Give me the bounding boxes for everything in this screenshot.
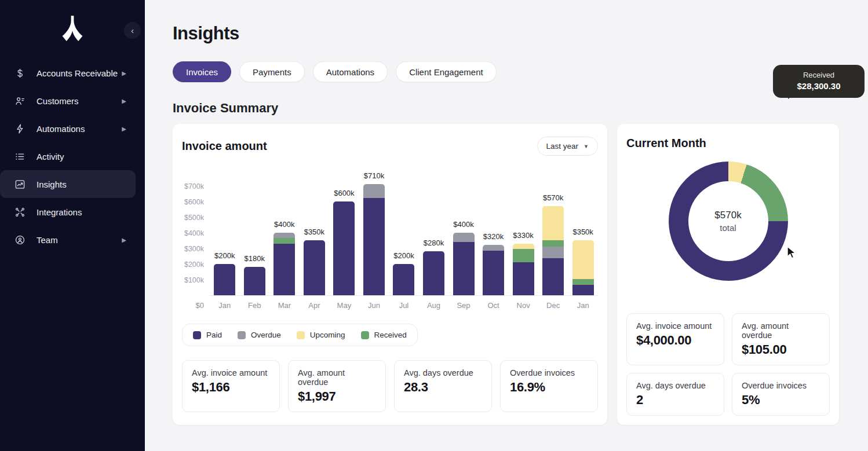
sidebar-item-label: Integrations (37, 207, 82, 217)
stacked-bar[interactable] (214, 264, 235, 295)
stacked-bar[interactable] (273, 233, 295, 295)
bar-column-apr[interactable]: $350k (301, 240, 327, 295)
bar-total-label: $400k (453, 220, 473, 229)
stacked-bar[interactable] (363, 184, 385, 295)
lightning-icon (14, 123, 26, 135)
stat-value: 16.9% (510, 380, 588, 395)
sidebar-item-automations[interactable]: Automations▶ (0, 115, 136, 142)
sidebar-item-customers[interactable]: Customers▶ (0, 87, 136, 115)
bar-segment-overdue[interactable] (542, 247, 564, 258)
sidebar-collapse-button[interactable]: ‹ (124, 22, 141, 39)
bar-segment-received[interactable] (572, 279, 594, 285)
stacked-bar[interactable] (513, 244, 534, 295)
bar-segment-paid[interactable] (244, 267, 265, 295)
bar-total-label: $400k (274, 220, 294, 229)
stacked-bar[interactable] (304, 240, 325, 295)
tab-payments[interactable]: Payments (239, 61, 305, 82)
legend-item-received: Received (361, 331, 407, 339)
legend-item-overdue: Overdue (238, 331, 281, 339)
chart-legend: PaidOverdueUpcomingReceived (182, 324, 418, 346)
bar-segment-paid[interactable] (542, 258, 564, 295)
stacked-bar[interactable] (453, 233, 475, 295)
tab-invoices[interactable]: Invoices (173, 61, 231, 82)
bar-segment-upcoming[interactable] (572, 240, 594, 278)
stacked-bar[interactable] (542, 206, 564, 295)
bar-segment-paid[interactable] (483, 251, 504, 295)
bar-column-jan[interactable]: $200k (212, 264, 238, 295)
bar-segment-paid[interactable] (513, 262, 534, 295)
bar-column-mar[interactable]: $400k (272, 233, 297, 295)
period-dropdown[interactable]: Last year ▼ (537, 137, 598, 156)
sidebar-header: ‹ (0, 0, 145, 59)
bar-segment-paid[interactable] (363, 198, 385, 295)
sidebar-item-label: Automations (37, 124, 85, 134)
bar-column-oct[interactable]: $320k (481, 245, 506, 295)
bar-segment-paid[interactable] (333, 201, 355, 295)
stacked-bar[interactable] (393, 264, 414, 295)
bar-column-aug[interactable]: $280k (421, 251, 446, 295)
bar-column-may[interactable]: $600k (331, 201, 357, 295)
bar-segment-paid[interactable] (572, 285, 594, 295)
stacked-bar[interactable] (483, 245, 504, 295)
stat-card-avg-days-overdue: Avg. days overdue28.3 (394, 360, 492, 412)
stacked-bar[interactable] (244, 267, 265, 295)
bar-segment-paid[interactable] (304, 240, 325, 295)
bar-segment-upcoming[interactable] (513, 244, 534, 249)
donut-chart[interactable]: $570k total (669, 162, 788, 281)
sidebar-item-accounts-receivable[interactable]: Accounts Receivable▶ (0, 59, 136, 87)
bar-segment-received[interactable] (513, 249, 534, 262)
stacked-bar[interactable] (423, 251, 444, 295)
legend-label: Received (374, 331, 407, 339)
app-window: ‹ Accounts Receivable▶Customers▶Automati… (0, 0, 868, 451)
bar-segment-received[interactable] (273, 238, 295, 243)
bar-column-jun[interactable]: $710k (361, 184, 386, 295)
tab-bar: InvoicesPaymentsAutomationsClient Engage… (173, 61, 839, 82)
sidebar-item-label: Activity (37, 152, 64, 162)
bar-total-label: $710k (364, 171, 384, 180)
stacked-bar[interactable] (333, 201, 355, 295)
bar-segment-received[interactable] (542, 240, 564, 247)
team-icon (14, 234, 26, 246)
bar-segment-paid[interactable] (393, 264, 414, 295)
bar-segment-paid[interactable] (423, 251, 444, 295)
bar-total-label: $180k (245, 254, 265, 263)
sidebar-item-label: Accounts Receivable (37, 68, 118, 78)
bar-segment-paid[interactable] (273, 244, 295, 295)
stat-card-avg-amount-overdue: Avg. amount overdue$1,997 (288, 360, 386, 412)
stat-label: Avg. invoice amount (192, 368, 270, 377)
bar-column-nov[interactable]: $330k (510, 244, 536, 295)
x-axis-label: Apr (301, 301, 327, 310)
bar-segment-overdue[interactable] (483, 245, 504, 250)
bar-column-dec[interactable]: $570k (541, 206, 566, 295)
bar-segment-overdue[interactable] (273, 233, 295, 238)
bar-segment-upcoming[interactable] (542, 206, 564, 240)
bar-column-sep[interactable]: $400k (451, 233, 476, 295)
bar-column-jul[interactable]: $200k (391, 264, 417, 295)
bar-segment-overdue[interactable] (363, 184, 385, 198)
chevron-right-icon: ▶ (122, 237, 126, 243)
sidebar-item-insights[interactable]: Insights (0, 170, 136, 198)
sidebar-item-integrations[interactable]: Integrations (0, 198, 136, 226)
tab-automations[interactable]: Automations (313, 61, 388, 82)
tab-client-engagement[interactable]: Client Engagement (396, 61, 497, 82)
stat-label: Overdue invoices (742, 381, 820, 390)
y-axis-tick: $300k (184, 245, 204, 253)
chevron-down-icon: ▼ (583, 144, 589, 149)
current-month-card: Current Month $570k total Received $28,3… (617, 124, 839, 425)
sidebar-item-activity[interactable]: Activity (0, 142, 136, 170)
y-axis-tick: $400k (184, 229, 204, 237)
bar-segment-overdue[interactable] (453, 233, 475, 242)
bar-column-jan[interactable]: $350k (570, 240, 596, 295)
y-axis-tick: $500k (184, 214, 204, 222)
bar-segment-paid[interactable] (453, 242, 475, 295)
bar-segment-paid[interactable] (214, 264, 235, 295)
integrations-nodes-icon (14, 206, 26, 218)
legend-swatch (193, 331, 201, 339)
legend-label: Upcoming (310, 331, 345, 339)
sidebar-item-label: Customers (37, 96, 79, 106)
stat-card-avg-days-overdue: Avg. days overdue2 (626, 373, 724, 416)
donut-total-value: $570k (714, 210, 741, 221)
bar-column-feb[interactable]: $180k (242, 267, 267, 295)
stacked-bar[interactable] (572, 240, 594, 295)
sidebar-item-team[interactable]: Team▶ (0, 226, 136, 254)
